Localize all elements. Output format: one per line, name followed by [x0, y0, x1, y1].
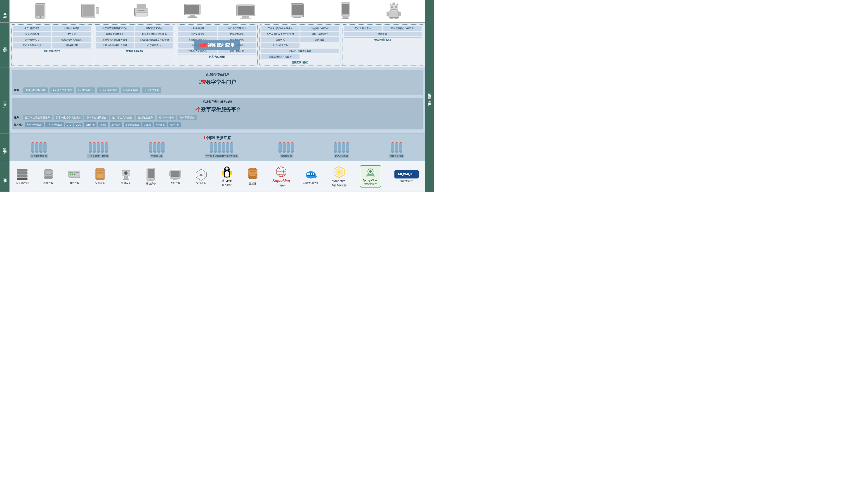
db-cylinders [210, 142, 234, 153]
support-backup: ✓ symantec. 数据备份软件 [332, 166, 346, 187]
svg-rect-36 [31, 143, 34, 152]
svg-point-70 [157, 151, 160, 153]
app-item: 设备运行提效仿真监督 [383, 26, 422, 31]
svg-rect-105 [334, 143, 337, 152]
svg-rect-5 [96, 7, 99, 14]
svg-rect-19 [292, 4, 303, 15]
bus-service-item: 数字孪生综合地图服务 [23, 115, 52, 121]
platform-layer-content: 机场数字孪生门户 1套数字孪生门户 功能： 业务场景模拟仿真 业务场景仿真推演 … [9, 68, 425, 133]
svg-rect-23 [343, 16, 348, 18]
app-item: 综合安防演练 [178, 32, 217, 36]
device-phone [33, 3, 47, 20]
app-layer-label: 应用层 [0, 23, 9, 68]
device-desktop [183, 3, 202, 20]
svg-rect-81 [218, 143, 221, 152]
db-label: 三维场景模行数据库 [87, 154, 110, 158]
tech-item: 虚拟仿真 [110, 122, 122, 127]
app-group-equipment: 运行全样本孪生 设备运行提效仿真监督 故障处置 设备运维(视图) [342, 24, 423, 66]
db-label: 空间单元库 [150, 154, 163, 158]
svg-rect-87 [226, 143, 229, 152]
svg-point-40 [35, 151, 38, 153]
svg-rect-51 [93, 143, 96, 152]
svg-point-168 [200, 174, 202, 176]
svg-rect-161 [173, 178, 178, 180]
svg-rect-160 [171, 171, 180, 177]
svg-point-179 [224, 176, 226, 178]
support-perception: 感知设备 [120, 168, 132, 185]
svg-point-192 [313, 175, 317, 178]
svg-rect-102 [291, 143, 294, 152]
svg-rect-131 [17, 178, 27, 180]
bus-title: 机场数字孪生服务总线 [14, 100, 421, 104]
db-label: 数字孪生实体库/数字孪生标准库 [205, 154, 239, 158]
app-item: 历史运维仿真对比分析 [261, 54, 300, 59]
app-item: 运行仿真 [261, 37, 300, 42]
bus-service-item: 分析预测服务 [178, 115, 197, 121]
device-tablet [81, 3, 99, 20]
support-items: 服务器/主机 存储设备 [11, 163, 423, 190]
svg-point-82 [218, 151, 221, 153]
gis-label: GIS软件 [277, 184, 286, 187]
svg-point-130 [25, 176, 26, 177]
mq-label: 消息中间件 [400, 180, 413, 183]
db-label: 微服务公算库 [389, 154, 404, 158]
svg-rect-24 [342, 18, 349, 19]
bus-service-item: 运行事件服务 [157, 115, 176, 121]
portal-functions: 功能： 业务场景模拟仿真 业务场景仿真推演 运行指标评价 运行保障与推演 综合服… [14, 88, 421, 93]
tech-item: 多源数据融合 [124, 122, 141, 127]
support-network: 网络设备 [68, 168, 81, 185]
tech-item: 微服务 [98, 122, 108, 127]
svg-rect-30 [386, 12, 389, 16]
svg-rect-150 [97, 173, 103, 174]
bus-service-item: 数据融合服务 [136, 115, 155, 121]
tech-item: 规则引擎 [168, 122, 181, 127]
portal-highlight: 1套数字孪生门户 [14, 78, 421, 88]
supermap-text: SuperMap [272, 179, 290, 183]
svg-point-129 [25, 173, 26, 174]
display-layer-row: 展示层 [0, 0, 425, 23]
svg-rect-29 [389, 11, 399, 18]
svg-point-124 [399, 151, 402, 153]
support-mobile: 移动设备 [146, 167, 156, 185]
svg-rect-148 [97, 170, 103, 171]
svg-point-109 [338, 151, 341, 153]
svg-point-27 [395, 6, 397, 8]
db-cylinders [334, 142, 349, 153]
tech-item: 流程引擎 [84, 122, 96, 127]
app-group-passenger: 基于客流预测的排班优化 GTC仿真可视化 旅客精准自助服务 客流仿真模拟与服务优… [94, 24, 175, 66]
simulation-group-title: 仿真演练(视图) [178, 54, 256, 59]
tech-item: BIM与GIS融合 [25, 122, 43, 127]
svg-point-46 [43, 151, 46, 153]
svg-rect-93 [278, 143, 282, 152]
svg-point-88 [226, 151, 229, 153]
tech-stack: 技术栈： BIM与GIS融合 UE4与GIS融合 ETL EDA 流程引擎 微服… [14, 122, 421, 127]
service-label: 服务： [14, 116, 22, 119]
db-group-twin: 数字孪生实体库/数字孪生标准库 [205, 142, 239, 158]
bus-rest: 数字孪生服务平台 [201, 107, 241, 112]
platform-layer-label: 平台层 [0, 68, 9, 133]
special-label: 专用设备 [170, 182, 180, 185]
app-item: 运行全样本孪生 [261, 43, 300, 48]
special-device-icon [169, 168, 182, 181]
svg-rect-16 [242, 16, 249, 18]
portal-func-item: 业务场景仿真推演 [50, 88, 74, 93]
svg-point-97 [283, 151, 286, 153]
db-group-algo: 算法与模型库 [334, 142, 349, 158]
svg-rect-33 [395, 18, 398, 19]
equipment-grid: 运行全样本孪生 设备运行提效仿真监督 故障处置 [344, 26, 422, 36]
support-database: 数据库 [247, 167, 259, 185]
portal-num: 1套 [198, 79, 206, 85]
os-label: 操作系统 [222, 183, 232, 187]
svg-point-118 [391, 151, 394, 153]
device-robot [386, 2, 401, 20]
svg-rect-45 [43, 143, 46, 152]
app-item: 客流仿真模拟与服务优化 [135, 32, 174, 36]
svg-point-178 [230, 170, 232, 175]
support-security-device: 安全设备 [94, 168, 106, 185]
passenger-group-title: 旅客服务(视图) [96, 48, 174, 53]
svg-rect-123 [399, 143, 402, 152]
device-panel [290, 3, 305, 20]
app-item: 地勤保障仿真与推演 [52, 37, 91, 42]
app-item: 旅客精准自助服务 [96, 32, 134, 36]
backup-label: 数据备份软件 [332, 184, 346, 187]
